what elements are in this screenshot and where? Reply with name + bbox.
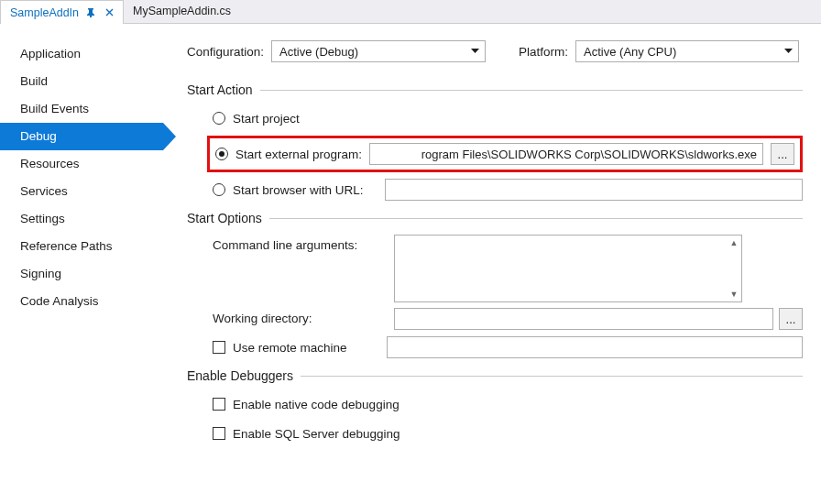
platform-dropdown[interactable]: Active (Any CPU) bbox=[575, 40, 799, 62]
option-external-program-row: Start external program: bbox=[215, 142, 362, 166]
group-enable-debuggers: Enable Debuggers bbox=[187, 368, 803, 383]
external-program-path-input[interactable]: rogram Files\SOLIDWORKS Corp\SOLIDWORKS\… bbox=[369, 143, 763, 165]
sidebar-item-build[interactable]: Build bbox=[0, 68, 163, 95]
cmdline-args-label: Command line arguments: bbox=[213, 235, 385, 252]
remote-machine-label: Use remote machine bbox=[233, 341, 379, 355]
chevron-down-icon bbox=[468, 45, 481, 58]
group-start-options: Start Options bbox=[187, 211, 803, 225]
tab-label: MySampleAddin.cs bbox=[133, 5, 231, 17]
radio-start-external-program[interactable] bbox=[215, 148, 228, 160]
cmdline-args-row: Command line arguments: ▲ ▼ bbox=[213, 235, 803, 302]
radio-label-external-program: Start external program: bbox=[235, 148, 362, 161]
remote-machine-row: Use remote machine bbox=[213, 335, 803, 359]
sql-debug-row: Enable SQL Server debugging bbox=[213, 422, 803, 445]
tab-project-properties[interactable]: SampleAddIn bbox=[0, 0, 124, 24]
tab-label: SampleAddIn bbox=[10, 6, 79, 19]
radio-start-project[interactable] bbox=[213, 112, 225, 125]
sql-debug-label: Enable SQL Server debugging bbox=[233, 427, 400, 441]
remote-machine-input[interactable] bbox=[387, 336, 803, 358]
divider bbox=[260, 90, 803, 91]
sidebar-item-services[interactable]: Services bbox=[0, 178, 163, 205]
sidebar-item-resources[interactable]: Resources bbox=[0, 150, 163, 178]
highlight-box: Start external program: rogram Files\SOL… bbox=[207, 136, 803, 172]
group-header-label: Start Action bbox=[187, 82, 253, 97]
divider bbox=[269, 218, 803, 219]
radio-label-start-project: Start project bbox=[233, 112, 300, 126]
working-dir-row: Working directory: ... bbox=[213, 308, 803, 330]
configuration-value: Active (Debug) bbox=[279, 45, 463, 59]
configuration-label: Configuration: bbox=[187, 45, 264, 59]
radio-start-browser[interactable] bbox=[213, 183, 225, 196]
group-header-label: Start Options bbox=[187, 211, 262, 225]
document-tabs: SampleAddIn MySampleAddin.cs bbox=[0, 0, 821, 24]
chevron-down-icon bbox=[782, 45, 794, 58]
settings-sidebar: Application Build Build Events Debug Res… bbox=[0, 24, 163, 504]
configuration-dropdown[interactable]: Active (Debug) bbox=[271, 40, 486, 62]
sidebar-item-signing[interactable]: Signing bbox=[0, 260, 163, 288]
pin-icon[interactable] bbox=[84, 6, 97, 19]
native-debug-row: Enable native code debugging bbox=[213, 392, 803, 416]
sidebar-item-code-analysis[interactable]: Code Analysis bbox=[0, 288, 163, 315]
browse-external-program-button[interactable]: ... bbox=[771, 143, 794, 165]
sidebar-item-settings[interactable]: Settings bbox=[0, 205, 163, 233]
group-start-action: Start Action bbox=[187, 82, 803, 97]
sidebar-item-debug[interactable]: Debug bbox=[0, 123, 163, 150]
sidebar-item-reference-paths[interactable]: Reference Paths bbox=[0, 233, 163, 260]
tab-source-file[interactable]: MySampleAddin.cs bbox=[124, 0, 238, 23]
working-dir-input[interactable] bbox=[394, 308, 773, 330]
browser-url-input[interactable] bbox=[385, 179, 803, 201]
group-header-label: Enable Debuggers bbox=[187, 368, 293, 383]
scroll-down-icon[interactable]: ▼ bbox=[729, 290, 739, 299]
sidebar-item-application[interactable]: Application bbox=[0, 40, 163, 68]
close-icon[interactable] bbox=[103, 6, 115, 19]
content-area: Application Build Build Events Debug Res… bbox=[0, 24, 821, 504]
option-start-project-row: Start project bbox=[213, 106, 803, 130]
working-dir-label: Working directory: bbox=[213, 308, 385, 325]
checkbox-use-remote-machine[interactable] bbox=[213, 341, 225, 354]
scroll-up-icon[interactable]: ▲ bbox=[729, 238, 739, 247]
radio-label-browser: Start browser with URL: bbox=[233, 183, 378, 197]
debug-settings-panel: Configuration: Active (Debug) Platform: … bbox=[163, 24, 821, 504]
checkbox-sql-debug[interactable] bbox=[213, 427, 225, 440]
browse-working-dir-button[interactable]: ... bbox=[779, 308, 803, 330]
sidebar-item-build-events[interactable]: Build Events bbox=[0, 95, 163, 123]
platform-value: Active (Any CPU) bbox=[584, 45, 776, 59]
checkbox-native-debug[interactable] bbox=[213, 398, 225, 411]
platform-label: Platform: bbox=[519, 45, 568, 59]
native-debug-label: Enable native code debugging bbox=[233, 398, 400, 411]
config-platform-row: Configuration: Active (Debug) Platform: … bbox=[187, 40, 803, 62]
divider bbox=[301, 376, 803, 377]
option-browser-url-row: Start browser with URL: bbox=[213, 178, 803, 202]
cmdline-args-textarea[interactable]: ▲ ▼ bbox=[394, 235, 742, 302]
